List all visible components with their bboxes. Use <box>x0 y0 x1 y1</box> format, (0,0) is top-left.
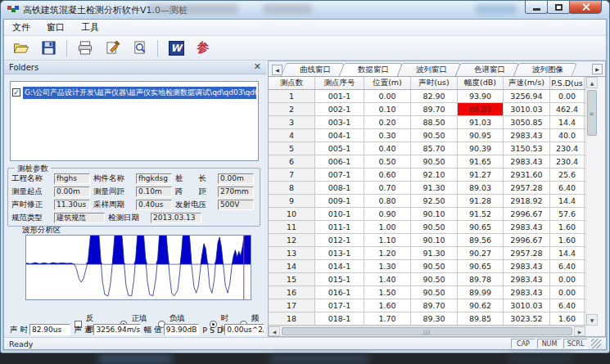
data-cell: 004-1 <box>315 129 364 142</box>
menu-file[interactable]: 文件 <box>12 21 30 34</box>
redaction-blur <box>476 4 517 14</box>
table-row[interactable]: 4004-10.3090.5090.952983.4340.0 <box>269 129 585 142</box>
readout-value: 0.00us^2/m <box>224 324 264 335</box>
table-row[interactable]: 18018-11.7089.3089.853023.521.60 <box>269 312 585 326</box>
data-cell: 0.80 <box>364 195 411 207</box>
tab-wave-train-window[interactable]: 波列窗口 <box>404 63 459 76</box>
print-button[interactable] <box>75 38 96 58</box>
row-number-cell: 10 <box>269 208 315 220</box>
table-row[interactable]: 8008-10.7091.3089.032957.286.40 <box>269 182 585 195</box>
maximize-button[interactable] <box>547 1 570 14</box>
tab-label: 色谱窗口 <box>474 65 505 74</box>
table-row[interactable]: 6006-10.5090.5091.652983.43230.4 <box>269 155 585 169</box>
open-file-button[interactable] <box>11 38 32 58</box>
redaction-blur <box>263 4 312 14</box>
data-cell: 14.4 <box>550 247 585 259</box>
scroll-right-icon[interactable]: ▶ <box>574 326 585 336</box>
vertical-scrollbar[interactable]: ▲ ≡ ▼ <box>585 77 598 326</box>
folders-panel-header: Folders ✕ <box>4 61 266 74</box>
row-number-cell: 13 <box>269 247 315 259</box>
data-view-panel: ◀ 曲线窗口数据窗口波列窗口色谱窗口波列图像▶ 测点数测点序号位置(m)声时(u… <box>268 61 606 337</box>
horizontal-scrollbar[interactable]: ◀ ||| ▶ <box>269 326 585 336</box>
data-cell: 90.50 <box>411 129 458 142</box>
folders-panel-body: ✓ G:\公司产品设计开发\超声仪器\超声仪实地检测数据调试\qd\qd03\q… <box>4 74 266 337</box>
print-preview-button[interactable] <box>129 38 150 58</box>
data-cell: 89.56 <box>458 234 504 246</box>
table-row[interactable]: 9009-10.8092.5091.282918.9214.4 <box>269 195 585 208</box>
panel-close-icon[interactable]: ✕ <box>254 63 261 71</box>
row-number-cell: 15 <box>269 273 315 285</box>
tab-spectrum-window[interactable]: 色谱窗口 <box>462 63 517 76</box>
table-row[interactable]: 2002-10.1089.7086.803010.03462.4 <box>269 103 585 116</box>
data-cell: 230.4 <box>550 155 585 168</box>
param-label: 工程名称 <box>11 173 54 184</box>
readout-label: 声 速 <box>74 325 92 335</box>
data-cell: 90.27 <box>458 247 504 259</box>
horizontal-scroll-thumb[interactable]: ||| <box>282 327 572 335</box>
table-header-row: 测点数测点序号位置(m)声时(us)幅度(dB)声速(m/s)P.S.D(us <box>269 77 585 90</box>
tab-label: 波列窗口 <box>416 65 447 74</box>
row-number-cell: 18 <box>269 312 315 325</box>
tab-scroll-right-button[interactable]: ▶ <box>592 64 603 74</box>
table-row[interactable]: 5005-10.4085.7090.393150.53230.4 <box>269 142 585 155</box>
data-cell: 90.62 <box>458 299 504 312</box>
folders-panel: Folders ✕ ✓ G:\公司产品设计开发\超声仪器\超声仪实地检测数据调试… <box>4 61 266 337</box>
parameters-button[interactable]: 参 <box>192 38 214 58</box>
word-export-button[interactable]: W <box>165 38 187 58</box>
column-header: 位置(m) <box>364 77 411 89</box>
table-row[interactable]: 14014-11.3090.5090.652983.436.40 <box>269 260 585 273</box>
scroll-left-icon[interactable]: ◀ <box>269 326 280 336</box>
readout-label: 声 时 <box>10 325 28 335</box>
waveform-plot[interactable] <box>25 235 251 300</box>
table-row[interactable]: 10010-10.9090.1091.522996.6757.6 <box>269 208 585 221</box>
data-cell: 2918.92 <box>504 195 550 207</box>
menu-tools[interactable]: 工具 <box>81 21 99 34</box>
data-cell: 1.60 <box>550 312 585 325</box>
param-label: 测量间距 <box>93 186 136 197</box>
minimize-button[interactable] <box>525 1 548 14</box>
data-cell: 017-1 <box>315 299 364 312</box>
data-cell: 2983.43 <box>504 129 550 142</box>
table-row[interactable]: 1001-10.0082.9093.903256.940.00 <box>269 90 585 103</box>
menu-window[interactable]: 窗口 <box>47 21 65 34</box>
row-number-cell: 5 <box>269 142 315 155</box>
table-row[interactable]: 17017-11.6089.7090.623010.036.40 <box>269 299 585 312</box>
tab-curve-window[interactable]: 曲线窗口 <box>287 63 343 76</box>
data-cell: 0.00 <box>364 90 411 102</box>
data-cell: 2983.43 <box>504 273 550 285</box>
scroll-up-icon[interactable]: ▲ <box>586 77 598 88</box>
status-text: Ready <box>9 339 509 348</box>
resize-grip[interactable] <box>591 339 601 348</box>
data-cell: 3150.53 <box>504 142 550 155</box>
titlebar[interactable]: 高铁建筑混凝土检测分析软件V1.0—测桩 <box>1 1 609 19</box>
data-cell: 92.50 <box>411 195 458 207</box>
tab-wave-image[interactable]: 波列图像 <box>520 63 576 76</box>
tab-data-window[interactable]: 数据窗口 <box>346 63 401 76</box>
table-row[interactable]: 7007-10.6092.1091.272931.6025.6 <box>269 169 585 182</box>
process-button[interactable] <box>102 38 123 58</box>
table-row[interactable]: 3003-10.2088.5091.033050.8514.4 <box>269 116 585 129</box>
table-row[interactable]: 16016-11.5090.5089.992983.430.00 <box>269 286 585 299</box>
maximize-icon <box>555 4 563 11</box>
client-area: Folders ✕ ✓ G:\公司产品设计开发\超声仪器\超声仪实地检测数据调试… <box>4 61 606 337</box>
row-number-cell: 12 <box>269 234 315 246</box>
table-row[interactable]: 13013-11.2091.3090.272957.2814.4 <box>269 247 585 260</box>
data-cell: 1.70 <box>364 312 411 325</box>
data-cell: 90.65 <box>458 221 504 233</box>
vertical-scroll-thumb[interactable]: ≡ <box>587 90 597 136</box>
save-button[interactable] <box>38 38 59 58</box>
table-row[interactable]: 12012-11.1090.1089.562996.671.60 <box>269 234 585 247</box>
folder-list-item[interactable]: ✓ G:\公司产品设计开发\超声仪器\超声仪实地检测数据调试\qd\qd03\q… <box>12 87 256 98</box>
table-row[interactable]: 11011-11.0090.5090.652983.431.60 <box>269 221 585 234</box>
scroll-down-icon[interactable]: ▼ <box>586 314 598 326</box>
param-label: 发射电压 <box>175 200 218 210</box>
menubar: 文件窗口工具 <box>4 20 606 36</box>
column-header: 测点数 <box>269 77 315 89</box>
minimize-icon <box>533 8 540 11</box>
app-window: 高铁建筑混凝土检测分析软件V1.0—测桩 文件窗口工具 <box>0 0 610 353</box>
data-cell: 016-1 <box>315 286 364 299</box>
folder-checkbox[interactable]: ✓ <box>12 88 20 97</box>
folder-list[interactable]: ✓ G:\公司产品设计开发\超声仪器\超声仪实地检测数据调试\qd\qd03\q… <box>10 81 259 161</box>
table-row[interactable]: 15015-11.4090.5089.782983.430.00 <box>269 273 585 286</box>
close-button[interactable] <box>569 1 602 14</box>
